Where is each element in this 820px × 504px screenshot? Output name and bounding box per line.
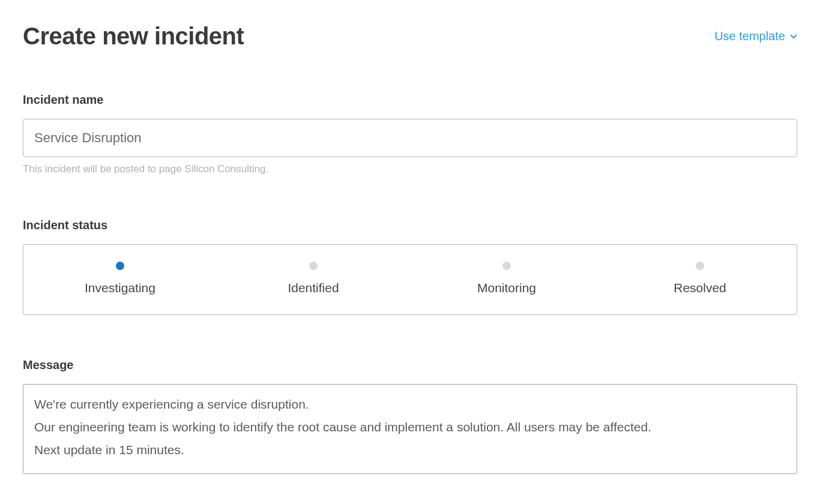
status-dot-icon bbox=[116, 262, 124, 270]
message-textarea[interactable] bbox=[23, 384, 797, 474]
status-option-investigating[interactable]: Investigating bbox=[23, 262, 217, 295]
use-template-label: Use template bbox=[714, 29, 785, 43]
incident-name-label: Incident name bbox=[23, 93, 797, 107]
status-option-label: Resolved bbox=[674, 281, 726, 295]
incident-name-helper: This incident will be posted to page Sil… bbox=[23, 163, 797, 175]
status-option-label: Monitoring bbox=[477, 281, 536, 295]
status-option-label: Identified bbox=[288, 281, 339, 295]
status-option-label: Investigating bbox=[85, 281, 155, 295]
status-option-monitoring[interactable]: Monitoring bbox=[410, 262, 603, 295]
incident-status-selector: Investigating Identified Monitoring Reso… bbox=[23, 244, 797, 315]
incident-status-label: Incident status bbox=[23, 218, 797, 232]
message-label: Message bbox=[23, 358, 797, 372]
caret-down-icon bbox=[790, 34, 797, 39]
use-template-link[interactable]: Use template bbox=[714, 29, 797, 43]
status-dot-icon bbox=[502, 262, 511, 270]
status-option-resolved[interactable]: Resolved bbox=[603, 262, 797, 295]
page-title: Create new incident bbox=[23, 23, 244, 50]
status-dot-icon bbox=[696, 262, 704, 270]
incident-name-input[interactable] bbox=[23, 119, 797, 157]
status-option-identified[interactable]: Identified bbox=[217, 262, 410, 295]
status-dot-icon bbox=[309, 262, 318, 270]
